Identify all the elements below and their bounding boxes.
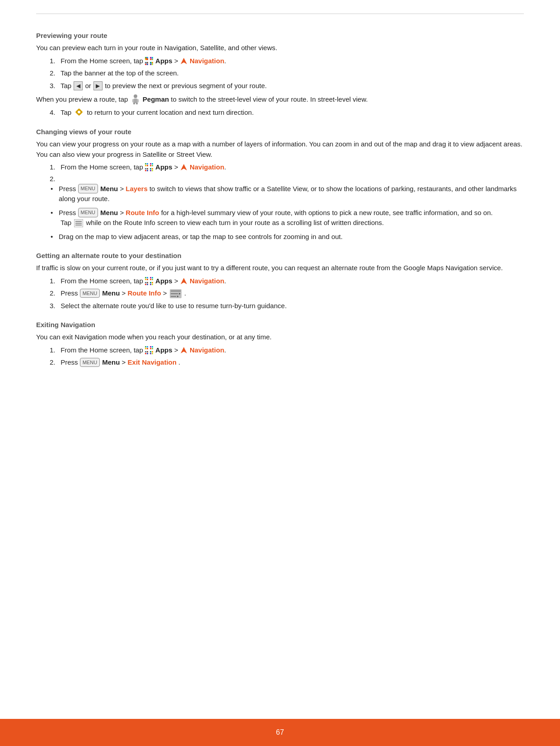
navigation-link[interactable]: Navigation — [190, 163, 224, 171]
menu-btn-routeinfo: MENU — [78, 208, 98, 217]
svg-rect-3 — [145, 59, 146, 60]
menu-label2: Menu — [100, 209, 118, 216]
when-preview-suffix: to switch to the street-level view of yo… — [171, 95, 368, 103]
svg-rect-39 — [145, 170, 146, 171]
step-num: 2. — [50, 357, 59, 368]
step-num: 4. — [50, 108, 59, 118]
period: . — [224, 163, 226, 171]
svg-rect-59 — [147, 282, 148, 283]
svg-rect-57 — [152, 279, 153, 280]
routeinfo-link[interactable]: Route Info — [126, 209, 159, 216]
routeinfo-link-alt[interactable]: Route Info — [128, 289, 161, 297]
list-icon — [74, 219, 83, 227]
arrow-gt-alt2: > — [163, 289, 169, 297]
arrow-gt: > — [174, 57, 180, 65]
step-alternate-3: 3. Select the alternate route you'd like… — [50, 301, 524, 311]
bullet-text-press2: Press — [59, 209, 78, 216]
apps-label: Apps — [155, 346, 173, 354]
arrow-gt: > — [174, 346, 180, 354]
svg-point-21 — [134, 94, 137, 98]
svg-rect-86 — [152, 353, 153, 354]
navigation-icon — [180, 164, 187, 171]
navigation-icon — [180, 347, 187, 354]
svg-rect-40 — [147, 170, 148, 171]
step-num: 1. — [50, 56, 59, 66]
svg-rect-23 — [133, 103, 135, 104]
svg-rect-19 — [152, 64, 153, 65]
navigation-link[interactable]: Navigation — [190, 346, 224, 354]
svg-rect-13 — [145, 64, 146, 65]
apps-label: Apps — [155, 277, 173, 285]
svg-rect-32 — [147, 165, 148, 166]
svg-rect-44 — [152, 170, 153, 171]
period: . — [224, 277, 226, 285]
step-num: 1. — [50, 276, 59, 286]
apps-icon — [145, 346, 153, 354]
svg-rect-75 — [150, 346, 151, 347]
period-exit: . — [178, 358, 180, 366]
svg-marker-20 — [181, 58, 187, 64]
svg-rect-74 — [147, 348, 148, 349]
svg-rect-22 — [134, 99, 137, 103]
changing-bullets: Press MENU Menu > Layers to switch to vi… — [59, 184, 524, 242]
period: . — [224, 346, 226, 354]
svg-rect-83 — [150, 351, 151, 352]
section-heading-changing: Changing views of your route — [36, 128, 524, 136]
section-intro-changing: You can view your progress on your route… — [36, 139, 524, 160]
svg-rect-1 — [145, 57, 146, 58]
section-intro-exiting: You can exit Navigation mode when you re… — [36, 332, 524, 343]
svg-rect-37 — [145, 168, 146, 169]
step-text: Tap — [61, 82, 73, 89]
navigation-link[interactable]: Navigation — [190, 277, 224, 285]
svg-rect-55 — [152, 277, 153, 278]
step-preview-4: 4. Tap to return to your current locatio… — [50, 108, 524, 118]
period: . — [224, 57, 226, 65]
menu-btn-layers: MENU — [78, 184, 98, 193]
press-text2: Press — [61, 358, 80, 366]
svg-rect-17 — [152, 62, 153, 63]
page-content: Previewing your route You can preview ea… — [0, 0, 560, 719]
svg-rect-56 — [150, 279, 151, 280]
arrow-gt3: > — [120, 209, 126, 216]
page-number: 67 — [276, 728, 284, 737]
svg-marker-87 — [181, 347, 187, 353]
step-text: Select the alternate route you'd like to… — [61, 302, 287, 310]
step-text: From the Home screen, tap — [61, 277, 145, 285]
page-footer: 67 — [0, 719, 560, 746]
arrow-gt-exit: > — [122, 358, 128, 366]
apps-icon — [145, 163, 153, 171]
altroutes-icon — [170, 289, 182, 298]
step-num: 2. — [50, 175, 59, 183]
svg-rect-73 — [145, 348, 146, 349]
bullet-text-press: Press — [59, 185, 78, 192]
layers-link[interactable]: Layers — [126, 185, 147, 192]
svg-rect-58 — [145, 282, 146, 283]
step-num: 2. — [50, 68, 59, 79]
svg-marker-66 — [181, 278, 187, 284]
step-alternate-1: 1. From the Home screen, tap Apps > Nav — [50, 276, 524, 286]
section-intro-alternate: If traffic is slow on your current route… — [36, 263, 524, 273]
step-changing-2: 2. — [50, 175, 524, 184]
svg-rect-64 — [150, 284, 151, 285]
svg-rect-63 — [152, 282, 153, 283]
exitnav-link[interactable]: Exit Navigation — [128, 358, 177, 366]
navigation-link[interactable]: Navigation — [190, 57, 224, 65]
menu-label: Menu — [100, 185, 118, 192]
section-heading-previewing: Previewing your route — [36, 32, 524, 39]
pegman-label: Pegman — [143, 95, 171, 103]
svg-rect-36 — [152, 165, 153, 166]
svg-rect-79 — [145, 351, 146, 352]
svg-rect-29 — [145, 163, 146, 164]
menu-btn-exit: MENU — [80, 358, 100, 367]
svg-rect-54 — [150, 277, 151, 278]
svg-rect-24 — [136, 103, 138, 104]
step-exiting-2: 2. Press MENU Menu > Exit Navigation . — [50, 357, 524, 368]
step-changing-1: 1. From the Home screen, tap Apps > Nav — [50, 162, 524, 173]
apps-label: Apps — [155, 57, 173, 65]
svg-rect-42 — [152, 168, 153, 169]
svg-rect-16 — [150, 62, 151, 63]
navigation-icon — [180, 277, 187, 285]
section-heading-exiting: Exiting Navigation — [36, 321, 524, 328]
svg-rect-8 — [150, 59, 151, 60]
svg-rect-53 — [147, 279, 148, 280]
